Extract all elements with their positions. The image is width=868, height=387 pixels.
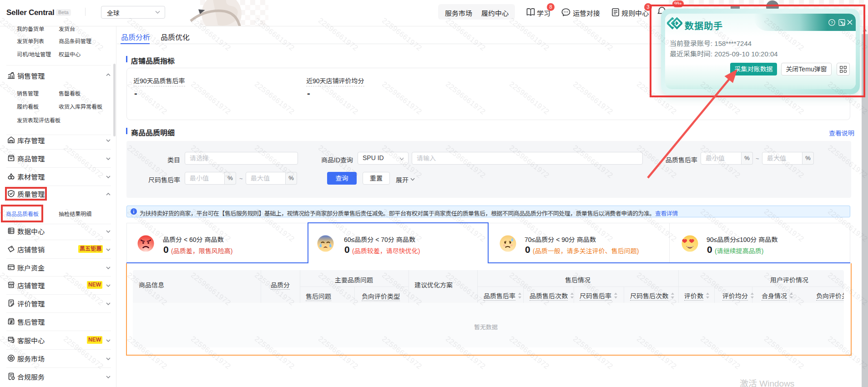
svg-text:?: ?: [831, 20, 833, 25]
